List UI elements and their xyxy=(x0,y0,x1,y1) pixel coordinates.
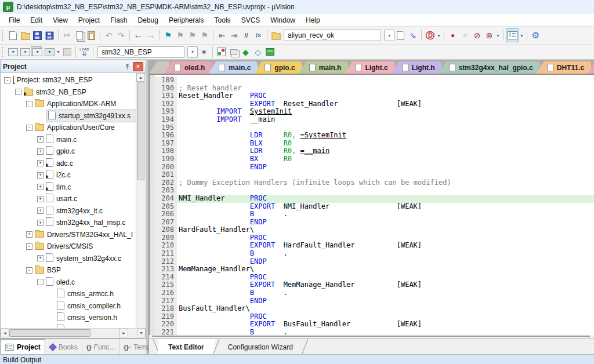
tree-item-startup_stm32g491xx.s[interactable]: startup_stm32g491xx.s xyxy=(1,110,136,122)
tree-item-usart.c[interactable]: +usart.c xyxy=(1,193,136,205)
panel-tab-func[interactable]: {}Func... xyxy=(82,339,119,355)
navigate-back-icon[interactable]: ← xyxy=(132,29,144,42)
menu-peripherals[interactable]: Peripherals xyxy=(164,15,209,26)
build-icon[interactable]: ▼ xyxy=(19,46,31,59)
collapse-icon[interactable]: - xyxy=(15,89,21,95)
stop-build-icon[interactable] xyxy=(61,46,73,59)
menu-project[interactable]: Project xyxy=(73,15,105,26)
tree-vertical-scrollbar[interactable]: ▲ xyxy=(136,73,145,330)
breakpoints-dropdown-icon[interactable]: ▾ xyxy=(495,33,501,38)
navigate-forward-icon[interactable]: → xyxy=(144,29,157,42)
view-tab-configuration-wizard[interactable]: Configuration Wizard xyxy=(218,339,303,355)
rebuild-icon[interactable]: ▼ xyxy=(31,46,44,59)
tree-item-Application-User-Core[interactable]: -Application/User/Core xyxy=(1,122,136,134)
scroll-right-icon[interactable]: ► xyxy=(119,329,128,337)
title-bar[interactable]: µ D:\desktop\stm32_NB_ESP\stm32_NB_ESP\M… xyxy=(0,0,594,14)
open-file-icon[interactable] xyxy=(19,29,31,42)
tree-item-oled.c[interactable]: -oled.c xyxy=(1,276,136,289)
tree-horizontal-scrollbar[interactable]: ◄ ► ▼ xyxy=(1,328,146,338)
vertical-scroll-thumb[interactable] xyxy=(137,82,144,180)
tree-item-system_stm32g4xx.c[interactable]: +system_stm32g4xx.c xyxy=(1,253,136,265)
pin-icon[interactable] xyxy=(122,63,132,71)
save-icon[interactable] xyxy=(31,29,44,42)
toolbar-grip[interactable] xyxy=(2,30,4,41)
tree-item-cmsis_armcc.h[interactable]: cmsis_armcc.h xyxy=(1,288,136,300)
multi-project-icon[interactable] xyxy=(227,46,240,59)
find-dropdown-button[interactable]: ▾ xyxy=(384,30,394,41)
translate-file-icon[interactable]: ▼ xyxy=(7,46,19,59)
prev-bookmark-icon[interactable]: ⚑ xyxy=(174,29,186,42)
expand-icon[interactable]: + xyxy=(37,160,44,166)
collapse-icon[interactable]: - xyxy=(26,243,32,250)
tree-item-main.c[interactable]: +main.c xyxy=(1,134,136,146)
download-icon[interactable]: LOAD⇊ xyxy=(78,46,90,59)
collapse-icon[interactable]: - xyxy=(37,279,44,285)
editor-tab-Light.c[interactable]: Light.c xyxy=(345,61,394,74)
disable-all-breakpoints-icon[interactable]: ⊘ xyxy=(471,29,483,42)
menu-tools[interactable]: Tools xyxy=(209,15,236,26)
tree-item-adc.c[interactable]: +adc.c xyxy=(1,158,136,170)
menu-file[interactable]: File xyxy=(3,15,25,26)
menu-view[interactable]: View xyxy=(48,15,73,26)
view-tab-text-editor[interactable]: Text Editor xyxy=(158,339,215,355)
options-wand-icon[interactable]: ✶ xyxy=(198,46,210,59)
editor-tab-main.h[interactable]: main.h xyxy=(299,61,349,74)
expand-icon[interactable]: + xyxy=(37,208,44,214)
find-document-icon[interactable] xyxy=(394,29,407,42)
tree-item-gpio.c[interactable]: +gpio.c xyxy=(1,145,136,158)
code-editor[interactable]: 189190; Reset handler191Reset_Handler PR… xyxy=(149,75,594,335)
batch-build-dropdown-icon[interactable]: ▾ xyxy=(56,49,61,54)
menu-edit[interactable]: Edit xyxy=(25,15,48,26)
expand-icon[interactable]: + xyxy=(37,172,44,179)
tree-item-Project--stm32_NB_ESP[interactable]: -Project: stm32_NB_ESP xyxy=(1,74,136,86)
tree-item-Application-MDK-ARM[interactable]: -Application/MDK-ARM xyxy=(1,98,136,110)
menu-flash[interactable]: Flash xyxy=(105,15,132,26)
expand-icon[interactable]: + xyxy=(37,148,44,155)
collapse-icon[interactable]: - xyxy=(26,267,32,274)
indent-icon[interactable]: ⇥ xyxy=(228,29,240,42)
target-dropdown-button[interactable]: ▾ xyxy=(187,46,198,58)
scroll-up-icon[interactable]: ▲ xyxy=(136,73,145,82)
window-layout-icon[interactable] xyxy=(506,28,519,42)
expand-icon[interactable]: + xyxy=(37,220,44,226)
paste-icon[interactable] xyxy=(85,29,97,42)
tree-item-Drivers-STM32G4xx_HAL_I[interactable]: +Drivers/STM32G4xx_HAL_I xyxy=(1,229,136,241)
editor-tab-oled.h[interactable]: oled.h xyxy=(164,61,212,74)
configure-wrench-icon[interactable]: ⚙ xyxy=(530,29,542,42)
enable-breakpoint-icon[interactable]: ○ xyxy=(459,29,471,42)
clear-bookmarks-icon[interactable]: ⚑ xyxy=(198,29,211,42)
expand-icon[interactable]: + xyxy=(26,231,32,238)
editor-tab-DHT11.c[interactable]: DHT11.c xyxy=(537,61,591,74)
tree-item-stm32g4xx_it.c[interactable]: +stm32g4xx_it.c xyxy=(1,205,136,217)
menu-help[interactable]: Help xyxy=(300,15,325,26)
toggle-bookmark-icon[interactable]: ⚑ xyxy=(162,29,174,42)
tree-item-i2c.c[interactable]: +i2c.c xyxy=(1,169,136,181)
pack-installer-icon[interactable]: ◆ xyxy=(240,46,252,59)
next-bookmark-icon[interactable]: ⚑ xyxy=(186,29,198,42)
find-in-files-icon[interactable] xyxy=(270,29,282,42)
collapse-icon[interactable]: - xyxy=(26,125,32,131)
software-packs-icon[interactable] xyxy=(264,46,276,59)
tree-item-tim.c[interactable]: +tim.c xyxy=(1,181,136,194)
tree-item-Drivers-CMSIS[interactable]: -Drivers/CMSIS xyxy=(1,241,136,253)
tree-item-cmsis_compiler.h[interactable]: cmsis_compiler.h xyxy=(1,300,136,312)
incremental-find-icon[interactable]: ⇘ xyxy=(407,29,419,42)
tree-item-stm32g4xx_hal_msp.c[interactable]: +stm32g4xx_hal_msp.c xyxy=(1,217,136,229)
copy-icon[interactable] xyxy=(73,29,85,42)
editor-tab-stm32g4xx_hal_gpio.c[interactable]: stm32g4xx_hal_gpio.c xyxy=(439,61,540,74)
select-packs-icon[interactable]: ◇ xyxy=(252,46,264,59)
unindent-icon[interactable]: ⇤ xyxy=(216,29,228,42)
horizontal-scroll-thumb[interactable] xyxy=(9,329,90,337)
menu-debug[interactable]: Debug xyxy=(133,15,164,26)
window-layout-dropdown-icon[interactable]: ▾ xyxy=(519,33,524,38)
editor-tab-Light.h[interactable]: Light.h xyxy=(392,61,442,74)
manage-rte-icon[interactable] xyxy=(215,46,227,59)
undo-icon[interactable]: ↶ xyxy=(103,29,115,42)
expand-icon[interactable]: + xyxy=(37,255,44,261)
toolbar-grip-2[interactable] xyxy=(2,47,4,57)
expand-icon[interactable]: + xyxy=(37,136,44,143)
new-file-icon[interactable] xyxy=(7,29,19,42)
batch-build-icon[interactable]: ▼ xyxy=(44,46,56,59)
tree-item-cmsis_version.h[interactable]: cmsis_version.h xyxy=(1,312,136,324)
comment-icon[interactable]: // xyxy=(240,29,252,42)
